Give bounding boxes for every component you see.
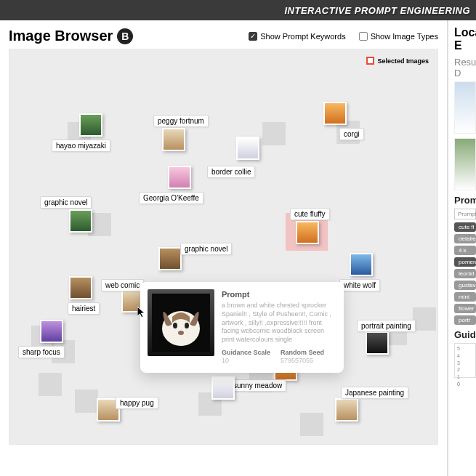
node-white-wolf[interactable]: white wolf (350, 253, 373, 276)
node-graphic-novel-2[interactable]: graphic novel (158, 247, 182, 270)
node-label: hayao miyazaki (52, 140, 110, 152)
node-label: sunny meadow (229, 379, 286, 392)
thumb-icon (69, 276, 92, 299)
tooltip-body: Prompt a brown and white chested sprocke… (222, 289, 336, 366)
keyword-pill[interactable]: pomerania (454, 257, 476, 267)
node-peggy-fortnum[interactable]: peggy fortnum (162, 128, 185, 151)
guidance-scale-label: Guidance Scale (222, 349, 270, 358)
result-image-1[interactable] (454, 81, 476, 134)
thumb-icon (40, 320, 63, 343)
node-label: Georgia O'Keeffe (139, 192, 203, 204)
tick: 0 (457, 381, 460, 388)
svg-point-4 (178, 331, 184, 335)
right-panel: Local E Result D Prompt Prompt cute fl d… (447, 20, 476, 476)
keyword-pill[interactable]: flower m (454, 304, 476, 313)
checkbox-row: ✓ Show Prompt Keywords Show Image Types (249, 32, 438, 41)
thumb-icon (211, 376, 235, 400)
result-image-2[interactable] (454, 138, 476, 190)
legend-square-icon (366, 57, 374, 65)
node-label: peggy fortnum (153, 115, 209, 127)
node-corgi[interactable]: corgi (323, 102, 347, 125)
legend-label: Selected Images (377, 57, 429, 65)
ghost-thumb (75, 390, 98, 413)
tick: 2 (457, 366, 460, 374)
thumb-icon (79, 113, 102, 137)
thumb-icon (158, 247, 182, 270)
result-heading: Result D (454, 57, 476, 78)
node-cute-fluffy[interactable]: cute fluffy (296, 221, 319, 244)
node-border-collie[interactable]: border collie (236, 137, 259, 160)
left-panel: Image Browser B ✓ Show Prompt Keywords S… (0, 20, 447, 476)
node-sharp-focus[interactable]: sharp focus (40, 320, 63, 343)
tooltip-image (148, 289, 214, 356)
node-okeeffe[interactable]: Georgia O'Keeffe (168, 166, 191, 189)
node-label: corgi (339, 128, 364, 140)
ghost-thumb (262, 122, 286, 145)
node-label: portrait painting (357, 320, 416, 332)
random-seed-label: Random Seed (281, 349, 324, 358)
node-portrait-painting[interactable]: portrait painting (366, 331, 389, 355)
node-hairiest[interactable]: hairiest (69, 276, 92, 299)
node-label: border collie (207, 166, 255, 178)
node-label: graphic novel (180, 243, 232, 255)
title-text: Image Browser (9, 28, 113, 44)
node-label: hairiest (68, 302, 100, 315)
thumb-icon (350, 253, 373, 276)
ghost-thumb (39, 373, 62, 396)
thumb-icon (335, 398, 358, 421)
node-label: graphic novel (40, 196, 92, 209)
node-label: cute fluffy (290, 208, 330, 220)
checkmark-icon: ✓ (249, 32, 257, 41)
node-label: sharp focus (18, 346, 65, 358)
scatter-canvas[interactable]: Selected Images hayao miyazaki (9, 49, 438, 445)
show-types-checkbox[interactable]: Show Image Types (359, 32, 438, 41)
svg-point-3 (185, 323, 189, 328)
node-label: white wolf (339, 279, 380, 291)
dog-illustration-icon (152, 294, 210, 352)
node-unlabeled[interactable] (211, 376, 235, 400)
keyword-pill[interactable]: mini (454, 292, 476, 302)
cursor-icon (137, 307, 148, 320)
node-happy-pug[interactable]: happy pug (97, 398, 120, 421)
tick: 3 (457, 360, 460, 367)
node-graphic-novel-1[interactable]: graphic novel (69, 209, 92, 233)
keyword-pill[interactable]: leonid af (454, 269, 476, 278)
page-title: Image Browser B (9, 28, 133, 44)
guidance-chart: 5 4 3 2 1 0 (454, 343, 476, 378)
app-title: INTERACTIVE PROMPT ENGINEERING (284, 5, 470, 16)
guidance-scale-value: 10 (222, 357, 270, 366)
keyword-pill[interactable]: portr (454, 315, 476, 325)
thumb-icon (168, 166, 191, 189)
keyword-pill[interactable]: gustav (454, 281, 476, 290)
node-label: happy pug (116, 397, 158, 409)
top-bar: INTERACTIVE PROMPT ENGINEERING (0, 0, 476, 20)
node-hayao-miyazaki[interactable]: hayao miyazaki (79, 113, 102, 137)
tick: 1 (457, 374, 460, 381)
checkbox-label: Show Prompt Keywords (260, 32, 345, 41)
thumb-icon (162, 128, 185, 151)
checkbox-label: Show Image Types (371, 32, 438, 41)
legend-selected: Selected Images (366, 57, 429, 65)
prompt-heading: Prompt (454, 195, 476, 206)
tooltip-text: a brown and white chested sprocker Spani… (222, 302, 336, 344)
guidance-heading: Guidanc (454, 329, 476, 340)
tooltip-heading: Prompt (222, 289, 336, 299)
node-label: web comic (101, 279, 144, 291)
tick: 4 (457, 352, 460, 360)
show-keywords-checkbox[interactable]: ✓ Show Prompt Keywords (249, 32, 345, 41)
keyword-pill[interactable]: detailed p (454, 234, 476, 243)
thumb-icon (296, 221, 319, 244)
local-heading: Local E (454, 26, 476, 52)
prompt-bar[interactable]: Prompt (454, 209, 476, 219)
node-label: Japanese painting (341, 387, 408, 399)
node-japanese-painting[interactable]: Japanese painting (335, 398, 358, 421)
keyword-pill[interactable]: 4 k (454, 246, 476, 255)
thumb-icon (366, 331, 389, 355)
panel-header: Image Browser B ✓ Show Prompt Keywords S… (9, 28, 438, 44)
hover-tooltip: Prompt a brown and white chested sprocke… (140, 282, 344, 373)
keyword-pill[interactable]: cute fl (454, 222, 476, 232)
thumb-icon (236, 137, 259, 160)
tooltip-meta-row: Guidance Scale 10 Random Seed 579557055 (222, 349, 336, 366)
thumb-icon (69, 209, 92, 233)
ghost-thumb (300, 413, 323, 436)
